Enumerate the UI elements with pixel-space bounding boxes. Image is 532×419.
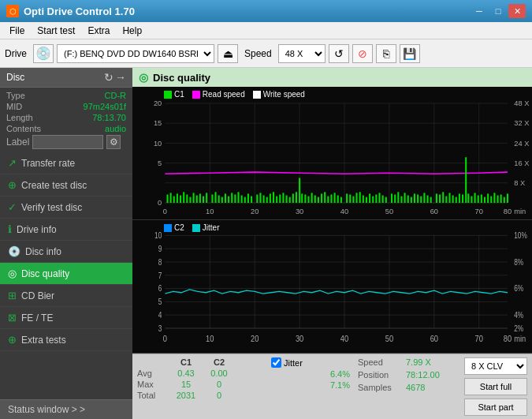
bottom-chart: C2 Jitter	[132, 220, 532, 354]
sidebar-item-extra-tests[interactable]: ⊕ Extra tests	[0, 329, 132, 351]
sidebar-item-disc-quality[interactable]: ◎ Disc quality	[0, 263, 132, 285]
menu-start-test[interactable]: Start test	[31, 24, 81, 38]
speed-select[interactable]: 48 X	[278, 44, 326, 63]
svg-rect-114	[439, 195, 441, 204]
refresh-button[interactable]: ↺	[329, 44, 349, 63]
status-window-button[interactable]: Status window > >	[0, 399, 132, 419]
stats-max-row: Max 15 0	[137, 380, 263, 389]
jitter-checkbox[interactable]	[271, 357, 281, 368]
menu-extra[interactable]: Extra	[81, 24, 116, 38]
copy-button[interactable]: ⎘	[376, 44, 396, 63]
main-content: Disc ↻ → Type CD-R MID 97m24s01f Length …	[0, 68, 532, 419]
svg-rect-67	[279, 195, 281, 204]
menu-help[interactable]: Help	[116, 24, 148, 38]
svg-rect-100	[391, 193, 392, 203]
speed-mode-select[interactable]: 8 X CLV	[464, 357, 527, 375]
disc-info-refresh-btn[interactable]: ↻	[104, 71, 113, 84]
sidebar-item-create-test-disc[interactable]: ⊕ Create test disc	[0, 174, 132, 196]
stats-table: C1 C2 Avg 0.43 0.00 Max 15 0 Total 2031 …	[137, 357, 263, 416]
sidebar-item-label: Transfer rate	[21, 158, 75, 169]
svg-rect-61	[259, 193, 261, 203]
svg-rect-74	[301, 193, 303, 203]
drive-select[interactable]: (F:) BENQ DVD DD DW1640 BSRB	[57, 44, 214, 63]
stats-max-label: Max	[137, 380, 169, 389]
label-key: Label	[6, 137, 29, 148]
disc-info-header: Disc ↻ →	[0, 68, 132, 88]
svg-text:6: 6	[158, 285, 162, 294]
cd-bier-icon: ⊞	[8, 290, 17, 301]
label-input[interactable]	[32, 135, 103, 149]
stats-max-c1: 15	[170, 380, 202, 389]
svg-rect-91	[359, 192, 361, 203]
jitter-legend-dot	[192, 224, 200, 232]
svg-rect-45	[203, 196, 204, 203]
window-title: Opti Drive Control 1.70	[24, 6, 135, 17]
bottom-chart-svg: 10 9 8 7 6 5 4 3 0 10 20 30 40 50 60 70	[132, 220, 532, 353]
sidebar-item-fe-te[interactable]: ⊠ FE / TE	[0, 307, 132, 329]
drive-info-icon: ℹ	[8, 223, 12, 235]
svg-rect-49	[218, 196, 220, 203]
menu-file[interactable]: File	[3, 24, 31, 38]
close-button[interactable]: ✕	[508, 4, 526, 18]
svg-rect-102	[397, 192, 399, 203]
svg-text:20: 20	[251, 208, 259, 215]
samples-row: Samples 4678	[358, 383, 456, 392]
minimize-button[interactable]: ─	[471, 4, 488, 18]
svg-rect-39	[183, 192, 184, 203]
svg-rect-118	[452, 196, 454, 203]
svg-rect-62	[263, 196, 265, 203]
disc-contents-row: Contents audio	[6, 124, 126, 133]
erase-button[interactable]: ⊘	[352, 44, 373, 63]
sidebar-item-disc-info[interactable]: 💿 Disc info	[0, 241, 132, 263]
svg-text:70: 70	[475, 333, 483, 343]
disc-quality-icon: ◎	[8, 267, 17, 279]
svg-text:10: 10	[206, 208, 214, 215]
svg-text:8%: 8%	[514, 258, 523, 267]
svg-text:24 X: 24 X	[514, 139, 530, 147]
mid-value: 97m24s01f	[84, 102, 126, 111]
speed-stat-value: 7.99 X	[406, 357, 431, 367]
stats-total-label: Total	[137, 391, 169, 400]
stats-header-row: C1 C2	[137, 357, 263, 367]
svg-text:80: 80	[504, 208, 512, 215]
svg-rect-132	[497, 196, 499, 203]
svg-text:16 X: 16 X	[514, 159, 530, 167]
sidebar-item-drive-info[interactable]: ℹ Drive info	[0, 219, 132, 241]
stats-avg-label: Avg	[137, 368, 169, 378]
top-chart-svg: 20 15 10 5 0 0 10 20 30 40 50 60 70 80 m…	[132, 87, 532, 219]
svg-rect-123	[467, 193, 469, 203]
start-full-button[interactable]: Start full	[464, 378, 527, 395]
label-settings-btn[interactable]: ⚙	[106, 135, 121, 149]
save-button[interactable]: 💾	[400, 44, 420, 63]
svg-rect-83	[330, 195, 332, 204]
eject-button[interactable]: ⏏	[218, 44, 238, 63]
jitter-avg: 6.4%	[330, 369, 350, 379]
svg-rect-99	[385, 197, 387, 203]
svg-rect-38	[180, 196, 181, 203]
sidebar-item-transfer-rate[interactable]: ↗ Transfer rate	[0, 152, 132, 174]
svg-rect-81	[324, 192, 326, 203]
svg-rect-84	[334, 193, 336, 203]
sidebar-item-verify-test-disc[interactable]: ✓ Verify test disc	[0, 196, 132, 219]
svg-rect-116	[445, 196, 447, 203]
disc-info-arrow-btn[interactable]: →	[115, 71, 126, 84]
sidebar-item-cd-bier[interactable]: ⊞ CD Bier	[0, 285, 132, 307]
svg-rect-59	[251, 196, 252, 203]
svg-rect-56	[241, 196, 243, 203]
svg-rect-112	[430, 197, 432, 203]
svg-text:15: 15	[154, 119, 162, 127]
svg-rect-113	[436, 193, 437, 203]
svg-rect-55	[237, 192, 239, 203]
sidebar-item-label: CD Bier	[21, 290, 54, 301]
maximize-button[interactable]: □	[489, 4, 507, 18]
verify-test-disc-icon: ✓	[8, 201, 17, 213]
write-speed-legend-dot	[253, 91, 261, 99]
svg-rect-110	[423, 193, 425, 203]
start-part-button[interactable]: Start part	[464, 398, 527, 416]
c2-legend-dot	[164, 224, 172, 232]
svg-rect-72	[296, 192, 297, 203]
svg-rect-85	[337, 196, 339, 203]
svg-rect-48	[215, 192, 217, 203]
svg-rect-124	[471, 196, 472, 203]
svg-rect-80	[321, 193, 322, 203]
